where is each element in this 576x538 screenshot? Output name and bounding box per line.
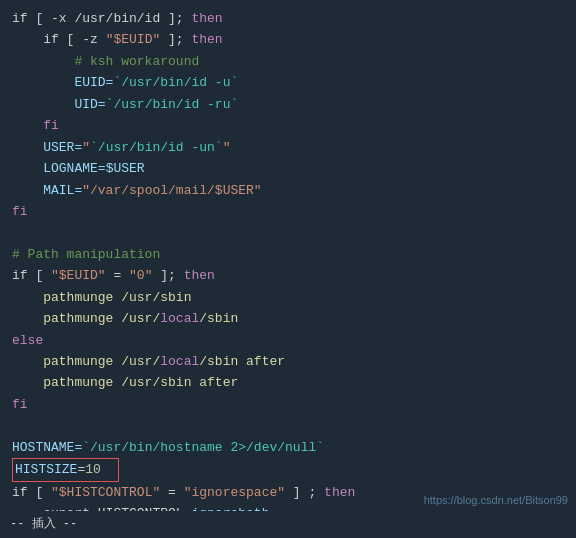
code-line: fi xyxy=(12,201,564,222)
code-line: if [ -x /usr/bin/id ]; then xyxy=(12,8,564,29)
code-line: pathmunge /usr/local/sbin after xyxy=(12,351,564,372)
code-line: pathmunge /usr/sbin xyxy=(12,287,564,308)
status-bar: -- 插入 -- xyxy=(0,511,576,538)
code-editor: if [ -x /usr/bin/id ]; then if [ -z "$EU… xyxy=(0,0,576,538)
code-line: HOSTNAME=`/usr/bin/hostname 2>/dev/null` xyxy=(12,437,564,458)
code-line: MAIL="/var/spool/mail/$USER" xyxy=(12,180,564,201)
code-line: EUID=`/usr/bin/id -u` xyxy=(12,72,564,93)
code-line: fi xyxy=(12,394,564,415)
code-line: UID=`/usr/bin/id -ru` xyxy=(12,94,564,115)
code-line xyxy=(12,222,564,243)
code-line xyxy=(12,415,564,436)
code-line: # Path manipulation xyxy=(12,244,564,265)
code-lines: if [ -x /usr/bin/id ]; then if [ -z "$EU… xyxy=(12,8,564,538)
code-line: if [ "$EUID" = "0" ]; then xyxy=(12,265,564,286)
code-line: pathmunge /usr/sbin after xyxy=(12,372,564,393)
code-line: LOGNAME=$USER xyxy=(12,158,564,179)
code-line: pathmunge /usr/local/sbin xyxy=(12,308,564,329)
code-line: else xyxy=(12,330,564,351)
histsize-highlight: HISTSIZE=10 xyxy=(12,458,119,481)
insert-mode-label: -- 插入 -- xyxy=(10,515,77,534)
code-line: HISTSIZE=10 xyxy=(12,458,564,481)
code-line: if [ -z "$EUID" ]; then xyxy=(12,29,564,50)
code-line: # ksh workaround xyxy=(12,51,564,72)
code-line: USER="`/usr/bin/id -un`" xyxy=(12,137,564,158)
code-line: fi xyxy=(12,115,564,136)
watermark: https://blog.csdn.net/Bitson99 xyxy=(424,492,568,510)
